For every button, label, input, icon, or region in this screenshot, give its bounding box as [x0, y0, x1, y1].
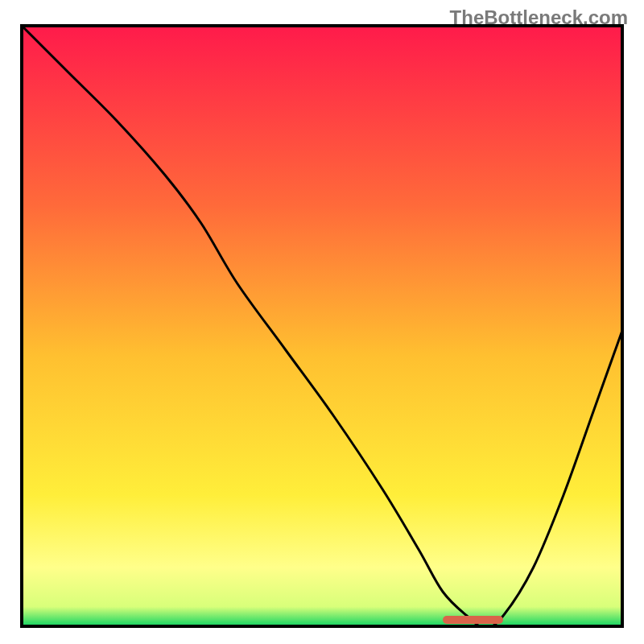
optimal-range-marker — [443, 616, 503, 624]
chart-svg — [20, 24, 624, 628]
plot-area — [20, 24, 624, 628]
bottleneck-chart: TheBottleneck.com — [0, 0, 644, 644]
